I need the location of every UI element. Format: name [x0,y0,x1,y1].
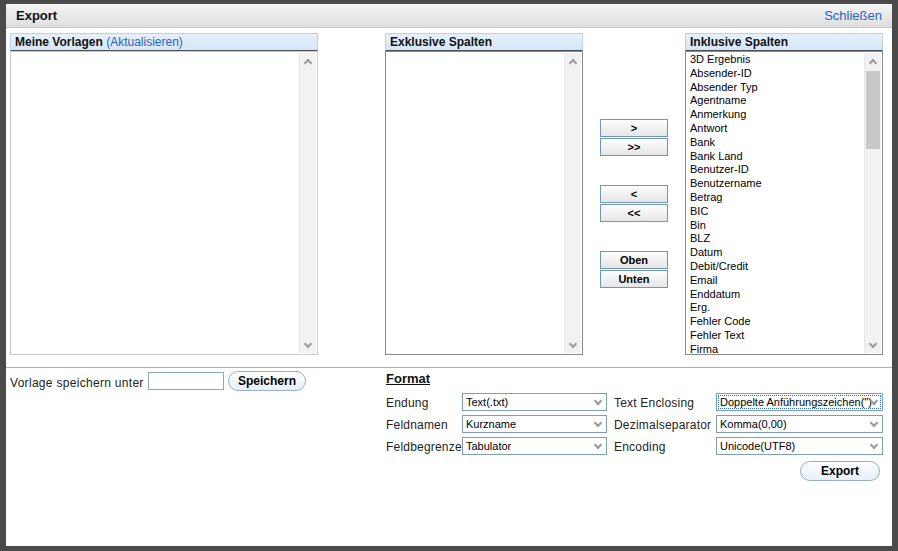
close-link[interactable]: Schließen [824,8,882,23]
scroll-up-button[interactable] [865,53,881,69]
move-up-button[interactable]: Oben [600,251,668,269]
text-enclosing-value: Doppelte Anführungszeichen(") [720,396,872,408]
section-divider [6,367,892,368]
encoding-value: Unicode(UTF8) [720,440,795,452]
chevron-up-icon [869,58,877,66]
list-item[interactable]: Fehler Text [686,329,864,343]
feldbegrenzer-value: Tabulator [466,440,511,452]
feldnamen-select[interactable]: Kurzname [462,415,607,433]
templates-scrollbar[interactable] [299,53,316,353]
feldnamen-value: Kurzname [466,418,516,430]
list-item[interactable]: Benutzer-ID [686,163,864,177]
list-item[interactable]: Betrag [686,191,864,205]
scroll-up-button[interactable] [300,53,316,69]
included-panel-header: Inklusive Spalten [685,33,883,51]
scroll-down-button[interactable] [300,337,316,353]
endung-select[interactable]: Text(.txt) [462,393,607,411]
templates-list-items [11,52,299,354]
chevron-down-icon [594,397,602,405]
chevron-down-icon [304,339,312,347]
chevron-down-icon [569,339,577,347]
chevron-down-icon [594,441,602,449]
list-item[interactable]: Benutzername [686,177,864,191]
endung-label: Endung [386,396,429,410]
feldbegrenzer-select[interactable]: Tabulator [462,437,607,455]
list-item[interactable]: Email [686,274,864,288]
window-frame: Export Schließen Meine Vorlagen (Aktuali… [0,0,898,551]
list-item[interactable]: Absender-ID [686,67,864,81]
excluded-panel-header: Exklusive Spalten [385,33,583,51]
endung-value: Text(.txt) [466,396,508,408]
included-scrollbar[interactable] [864,53,881,353]
included-panel-title: Inklusive Spalten [690,35,788,49]
chevron-down-icon [869,339,877,347]
panel-templates: Meine Vorlagen (Aktualisieren) [10,33,318,356]
list-item[interactable]: Agentname [686,94,864,108]
feldbegrenzer-label: Feldbegrenzer [386,440,466,454]
move-all-left-button[interactable]: << [600,204,668,222]
list-item[interactable]: Debit/Credit [686,260,864,274]
title-bar: Export Schließen [6,4,892,28]
scrollbar-thumb[interactable] [866,71,880,149]
chevron-up-icon [569,58,577,66]
encoding-select[interactable]: Unicode(UTF8) [716,437,883,455]
scroll-down-button[interactable] [865,337,881,353]
list-item[interactable]: Bin [686,219,864,233]
excluded-scrollbar[interactable] [564,53,581,353]
list-item[interactable]: Bank [686,136,864,150]
scroll-up-button[interactable] [565,53,581,69]
included-list[interactable]: 3D ErgebnisAbsender-IDAbsender TypAgentn… [685,51,883,355]
dezimalseparator-value: Komma(0,00) [720,418,787,430]
excluded-list-items [386,52,564,354]
chevron-down-icon [870,441,878,449]
list-item[interactable]: BLZ [686,232,864,246]
save-template-label: Vorlage speichern unter [10,376,144,390]
format-heading: Format [386,371,430,386]
export-dialog: Export Schließen Meine Vorlagen (Aktuali… [6,4,892,546]
move-all-right-button[interactable]: >> [600,138,668,156]
chevron-down-icon [870,419,878,427]
list-item[interactable]: Erg. [686,301,864,315]
save-button[interactable]: Speichern [228,371,306,391]
export-button[interactable]: Export [800,461,880,481]
templates-panel-title: Meine Vorlagen [15,35,103,49]
move-left-button[interactable]: < [600,185,668,203]
scroll-down-button[interactable] [565,337,581,353]
list-item[interactable]: Fehler Code [686,315,864,329]
panel-included: Inklusive Spalten 3D ErgebnisAbsender-ID… [685,33,883,356]
templates-panel-header: Meine Vorlagen (Aktualisieren) [10,33,318,51]
list-item[interactable]: Bank Land [686,150,864,164]
excluded-panel-title: Exklusive Spalten [390,35,492,49]
dezimalseparator-label: Dezimalseparator [614,418,711,432]
text-enclosing-label: Text Enclosing [614,396,694,410]
template-name-input[interactable] [148,372,224,390]
list-item[interactable]: Enddatum [686,288,864,302]
encoding-label: Encoding [614,440,666,454]
list-item[interactable]: Anmerkung [686,108,864,122]
templates-list[interactable] [10,51,318,355]
text-enclosing-select[interactable]: Doppelte Anführungszeichen(") [716,393,883,411]
list-item[interactable]: 3D Ergebnis [686,53,864,67]
refresh-link[interactable]: (Aktualisieren) [106,35,183,49]
list-item[interactable]: Firma [686,343,864,354]
included-list-items: 3D ErgebnisAbsender-IDAbsender TypAgentn… [686,52,864,354]
move-down-button[interactable]: Unten [600,270,668,288]
excluded-list[interactable] [385,51,583,355]
list-item[interactable]: Datum [686,246,864,260]
page-title: Export [16,8,57,23]
dezimalseparator-select[interactable]: Komma(0,00) [716,415,883,433]
chevron-up-icon [304,58,312,66]
list-item[interactable]: Antwort [686,122,864,136]
feldnamen-label: Feldnamen [386,418,448,432]
move-right-button[interactable]: > [600,119,668,137]
list-item[interactable]: BIC [686,205,864,219]
list-item[interactable]: Absender Typ [686,81,864,95]
panel-excluded: Exklusive Spalten [385,33,583,356]
chevron-down-icon [594,419,602,427]
